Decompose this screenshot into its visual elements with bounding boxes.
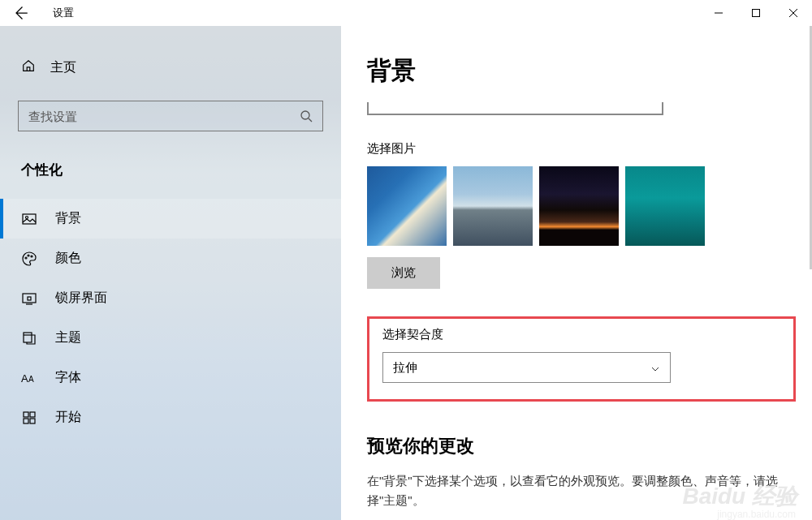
settings-window: 设置 主页 bbox=[0, 0, 812, 520]
choose-picture-label: 选择图片 bbox=[367, 141, 812, 157]
app-title: 设置 bbox=[53, 6, 74, 20]
fit-value: 拉伸 bbox=[393, 360, 417, 376]
wallpaper-thumb-1[interactable] bbox=[367, 166, 447, 246]
preview-changes-title: 预览你的更改 bbox=[367, 434, 812, 458]
main-content: 背景 选择图片 浏览 选择契合度 拉伸 预览你的更改 在"背景 bbox=[341, 26, 812, 520]
svg-rect-14 bbox=[24, 333, 32, 342]
sidebar-item-background[interactable]: 背景 bbox=[0, 199, 341, 239]
svg-rect-11 bbox=[23, 294, 36, 303]
sidebar-item-colors[interactable]: 颜色 bbox=[0, 239, 341, 278]
svg-rect-13 bbox=[28, 297, 31, 300]
sidebar-item-themes[interactable]: 主题 bbox=[0, 318, 341, 358]
start-icon bbox=[21, 410, 37, 426]
back-button[interactable] bbox=[12, 5, 28, 21]
page-title: 背景 bbox=[367, 54, 812, 88]
svg-line-5 bbox=[309, 118, 312, 122]
font-icon: AA bbox=[21, 370, 37, 386]
home-icon bbox=[21, 58, 36, 76]
preview-changes-desc: 在"背景"下选择某个选项，以查看它的外观预览。要调整颜色、声音等，请选择"主题"… bbox=[367, 471, 781, 510]
svg-point-4 bbox=[301, 111, 309, 119]
sidebar: 主页 个性化 背景 颜色 bbox=[0, 26, 341, 520]
minimize-button[interactable] bbox=[700, 0, 737, 26]
sidebar-item-lockscreen[interactable]: 锁屏界面 bbox=[0, 278, 341, 318]
svg-rect-20 bbox=[24, 419, 28, 423]
titlebar: 设置 bbox=[0, 0, 812, 26]
theme-icon bbox=[21, 330, 37, 346]
home-label: 主页 bbox=[50, 59, 76, 76]
sidebar-item-label: 开始 bbox=[55, 409, 81, 426]
sidebar-item-label: 锁屏界面 bbox=[55, 290, 107, 307]
maximize-button[interactable] bbox=[737, 0, 775, 26]
wallpaper-thumb-4[interactable] bbox=[625, 166, 705, 246]
search-box[interactable] bbox=[18, 101, 323, 131]
browse-button[interactable]: 浏览 bbox=[367, 257, 440, 289]
wallpaper-thumb-3[interactable] bbox=[539, 166, 619, 246]
wallpaper-thumb-2[interactable] bbox=[453, 166, 533, 246]
sidebar-item-label: 颜色 bbox=[55, 250, 81, 267]
search-input[interactable] bbox=[28, 110, 300, 123]
svg-rect-1 bbox=[753, 10, 760, 17]
home-nav[interactable]: 主页 bbox=[0, 50, 341, 84]
palette-icon bbox=[21, 251, 37, 267]
svg-point-10 bbox=[31, 256, 32, 257]
preview-frame-bottom bbox=[367, 102, 663, 115]
picture-icon bbox=[21, 211, 37, 227]
svg-rect-19 bbox=[30, 412, 35, 417]
picture-thumbnails bbox=[367, 166, 812, 246]
svg-point-8 bbox=[25, 257, 27, 259]
sidebar-item-label: 字体 bbox=[55, 369, 81, 386]
search-icon bbox=[300, 110, 313, 122]
svg-text:A: A bbox=[28, 375, 34, 384]
svg-point-9 bbox=[28, 255, 29, 256]
watermark-sub: jingyan.baidu.com bbox=[717, 509, 796, 520]
sidebar-item-fonts[interactable]: AA 字体 bbox=[0, 358, 341, 398]
svg-rect-21 bbox=[30, 419, 35, 423]
svg-rect-18 bbox=[24, 412, 28, 417]
fit-label: 选择契合度 bbox=[382, 327, 780, 342]
lock-screen-icon bbox=[21, 290, 37, 307]
window-controls bbox=[700, 0, 812, 26]
sidebar-item-start[interactable]: 开始 bbox=[0, 398, 341, 437]
category-title: 个性化 bbox=[0, 154, 341, 186]
chevron-down-icon bbox=[650, 363, 660, 372]
fit-dropdown[interactable]: 拉伸 bbox=[382, 352, 671, 383]
highlighted-section: 选择契合度 拉伸 bbox=[367, 316, 796, 402]
sidebar-item-label: 背景 bbox=[55, 210, 81, 227]
sidebar-item-label: 主题 bbox=[55, 329, 81, 346]
svg-rect-6 bbox=[23, 214, 36, 224]
svg-point-7 bbox=[26, 216, 28, 218]
svg-text:A: A bbox=[21, 372, 28, 385]
close-button[interactable] bbox=[775, 0, 812, 26]
